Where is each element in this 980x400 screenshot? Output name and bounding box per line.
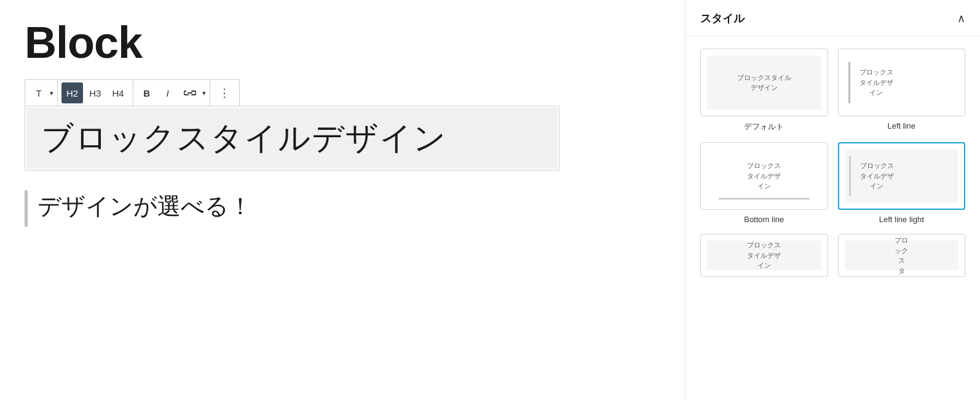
- formatting-toolbar: T ▾ H2 H3 H4 B I ▾ ⋮: [25, 79, 240, 106]
- style-label-left-line-light: Left line light: [879, 215, 924, 224]
- style-preview-left-line-light[interactable]: ブロックスタイルデザイン: [838, 142, 966, 210]
- style-preview-bottom-line[interactable]: ブロックスタイルデザイン: [700, 142, 828, 210]
- style-item-partial-2[interactable]: ブロックスタ: [838, 234, 966, 277]
- text-type-button[interactable]: T: [29, 82, 49, 103]
- paragraph-block: デザインが選べる！: [25, 190, 660, 227]
- style-item-default[interactable]: ブロックスタイルデザイン デフォルト: [700, 49, 828, 132]
- styles-panel-title: スタイル: [700, 11, 745, 26]
- style-item-partial-1[interactable]: ブロックスタイルデザイン: [700, 234, 828, 277]
- content-block[interactable]: ブロックスタイルデザイン: [25, 106, 559, 170]
- style-item-left-line[interactable]: ブロックスタイルデザイン Left line: [838, 49, 966, 132]
- bold-button[interactable]: B: [137, 82, 157, 103]
- h2-button[interactable]: H2: [61, 82, 83, 103]
- preview-left-line-light-inner: ブロックスタイルデザイン: [845, 150, 958, 202]
- style-preview-default[interactable]: ブロックスタイルデザイン: [700, 49, 828, 116]
- style-preview-partial-2[interactable]: ブロックスタ: [838, 234, 966, 277]
- preview-partial-2-text: ブロックスタ: [895, 235, 908, 276]
- styles-grid: ブロックスタイルデザイン デフォルト ブロックスタイルデザイン Left lin…: [686, 36, 980, 289]
- preview-left-line-light-text: ブロックスタイルデザイン: [860, 161, 894, 191]
- preview-partial-1-inner: ブロックスタイルデザイン: [707, 241, 821, 270]
- preview-partial-1-text: ブロックスタイルデザイン: [747, 240, 781, 271]
- collapse-styles-button[interactable]: ∧: [957, 12, 965, 25]
- link-icon: [184, 89, 196, 97]
- style-label-left-line: Left line: [887, 121, 915, 130]
- link-chevron[interactable]: ▾: [202, 89, 206, 97]
- style-item-bottom-line[interactable]: ブロックスタイルデザイン Bottom line: [700, 142, 828, 224]
- styles-panel: スタイル ∧ ブロックスタイルデザイン デフォルト ブロックスタイルデザイン L…: [685, 0, 980, 400]
- text-type-chevron[interactable]: ▾: [50, 89, 53, 97]
- preview-partial-2-inner: ブロックスタ: [845, 241, 959, 270]
- styles-header: スタイル ∧: [686, 0, 980, 36]
- h4-button[interactable]: H4: [107, 82, 128, 103]
- link-button[interactable]: [179, 82, 201, 103]
- style-preview-left-line[interactable]: ブロックスタイルデザイン: [838, 49, 966, 116]
- preview-left-line-inner: ブロックスタイルデザイン: [845, 55, 959, 110]
- more-options-button[interactable]: ⋮: [214, 82, 235, 103]
- preview-bottom-line-text: ブロックスタイルデザイン: [747, 161, 781, 191]
- style-item-left-line-light[interactable]: ブロックスタイルデザイン Left line light: [838, 142, 966, 224]
- heading-group: H2 H3 H4: [58, 80, 133, 106]
- h3-button[interactable]: H3: [84, 82, 106, 103]
- preview-default-text: ブロックスタイルデザイン: [737, 73, 791, 93]
- paragraph-text: デザインが選べる！: [28, 190, 252, 223]
- preview-bottom-line-inner: ブロックスタイルデザイン: [707, 149, 821, 203]
- more-group: ⋮: [210, 80, 239, 106]
- format-group: B I ▾: [133, 80, 210, 106]
- heading-text: ブロックスタイルデザイン: [41, 119, 543, 157]
- page-title: Block: [25, 18, 660, 67]
- style-label-default: デフォルト: [744, 121, 784, 132]
- text-type-group: T ▾: [25, 80, 58, 106]
- style-preview-partial-1[interactable]: ブロックスタイルデザイン: [700, 234, 828, 277]
- preview-default-inner: ブロックスタイルデザイン: [707, 55, 821, 110]
- preview-left-line-text: ブロックスタイルデザイン: [859, 67, 893, 98]
- style-label-bottom-line: Bottom line: [744, 215, 784, 224]
- editor-panel: Block T ▾ H2 H3 H4 B I ▾ ⋮: [0, 0, 685, 400]
- heading-block: ブロックスタイルデザイン: [26, 108, 558, 168]
- italic-button[interactable]: I: [158, 82, 178, 103]
